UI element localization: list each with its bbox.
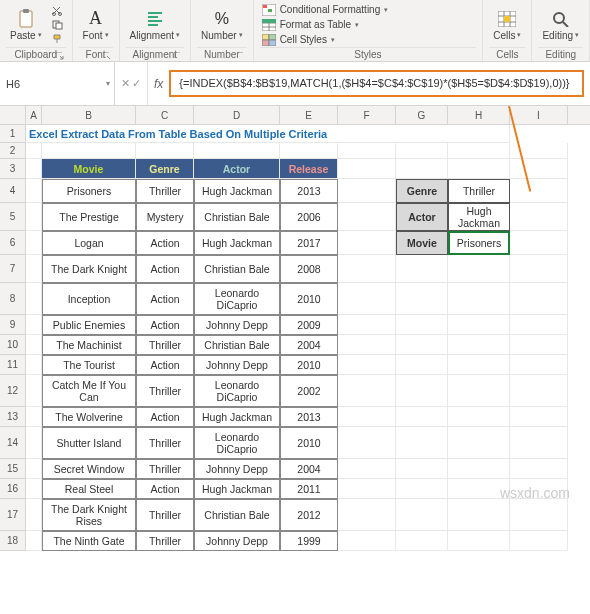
row-header[interactable]: 7 bbox=[0, 255, 26, 283]
table-cell-release[interactable]: 2013 bbox=[280, 407, 338, 427]
table-cell-release[interactable]: 2010 bbox=[280, 427, 338, 459]
table-cell-actor[interactable]: Leonardo DiCaprio bbox=[194, 427, 280, 459]
header-movie[interactable]: Movie bbox=[42, 159, 136, 179]
row-header[interactable]: 11 bbox=[0, 355, 26, 375]
cells-button[interactable]: Cells▾ bbox=[489, 7, 525, 43]
col-header[interactable]: I bbox=[510, 106, 568, 124]
table-cell-release[interactable]: 2010 bbox=[280, 355, 338, 375]
cell[interactable] bbox=[42, 143, 136, 159]
cell[interactable] bbox=[510, 143, 568, 159]
cell[interactable] bbox=[194, 143, 280, 159]
table-cell-movie[interactable]: Shutter Island bbox=[42, 427, 136, 459]
chevron-down-icon[interactable]: ▾ bbox=[106, 79, 110, 88]
editing-button[interactable]: Editing▾ bbox=[538, 7, 583, 43]
row-header[interactable]: 2 bbox=[0, 143, 26, 159]
row-header[interactable]: 9 bbox=[0, 315, 26, 335]
table-cell-movie[interactable]: Prisoners bbox=[42, 179, 136, 203]
table-cell-genre[interactable]: Thriller bbox=[136, 375, 194, 407]
col-header[interactable]: A bbox=[26, 106, 42, 124]
table-cell-genre[interactable]: Action bbox=[136, 255, 194, 283]
col-header[interactable]: C bbox=[136, 106, 194, 124]
table-cell-genre[interactable]: Action bbox=[136, 283, 194, 315]
row-header[interactable]: 15 bbox=[0, 459, 26, 479]
table-cell-genre[interactable]: Thriller bbox=[136, 179, 194, 203]
side-movie-value[interactable]: Prisoners bbox=[448, 231, 510, 255]
table-cell-movie[interactable]: The Dark Knight bbox=[42, 255, 136, 283]
table-cell-release[interactable]: 2002 bbox=[280, 375, 338, 407]
row-header[interactable]: 10 bbox=[0, 335, 26, 355]
dialog-launcher-icon[interactable] bbox=[103, 52, 111, 60]
table-cell-actor[interactable]: Johnny Depp bbox=[194, 459, 280, 479]
header-release[interactable]: Release bbox=[280, 159, 338, 179]
side-movie-label[interactable]: Movie bbox=[396, 231, 448, 255]
side-genre-value[interactable]: Thriller bbox=[448, 179, 510, 203]
table-cell-genre[interactable]: Action bbox=[136, 315, 194, 335]
header-actor[interactable]: Actor bbox=[194, 159, 280, 179]
cell[interactable] bbox=[136, 143, 194, 159]
row-header[interactable]: 14 bbox=[0, 427, 26, 459]
table-cell-movie[interactable]: The Ninth Gate bbox=[42, 531, 136, 551]
table-cell-movie[interactable]: The Prestige bbox=[42, 203, 136, 231]
col-header[interactable]: F bbox=[338, 106, 396, 124]
table-cell-release[interactable]: 2004 bbox=[280, 335, 338, 355]
cell[interactable] bbox=[26, 143, 42, 159]
formula-input[interactable]: {=INDEX($B$4:$B$19,MATCH(1,($H$4=$C$4:$C… bbox=[169, 70, 584, 97]
cell[interactable] bbox=[280, 143, 338, 159]
table-cell-movie[interactable]: The Tourist bbox=[42, 355, 136, 375]
table-cell-release[interactable]: 1999 bbox=[280, 531, 338, 551]
row-header[interactable]: 5 bbox=[0, 203, 26, 231]
table-cell-release[interactable]: 2010 bbox=[280, 283, 338, 315]
table-cell-actor[interactable]: Christian Bale bbox=[194, 203, 280, 231]
table-cell-genre[interactable]: Thriller bbox=[136, 531, 194, 551]
table-cell-genre[interactable]: Mystery bbox=[136, 203, 194, 231]
alignment-button[interactable]: Alignment▾ bbox=[126, 7, 184, 43]
enter-formula-icon[interactable]: ✓ bbox=[132, 77, 141, 90]
row-header[interactable]: 8 bbox=[0, 283, 26, 315]
table-cell-release[interactable]: 2013 bbox=[280, 179, 338, 203]
cell[interactable] bbox=[396, 143, 448, 159]
row-header[interactable]: 3 bbox=[0, 159, 26, 179]
table-cell-movie[interactable]: Public Enemies bbox=[42, 315, 136, 335]
col-header[interactable]: B bbox=[42, 106, 136, 124]
table-cell-actor[interactable]: Hugh Jackman bbox=[194, 407, 280, 427]
paste-button[interactable]: Paste▾ bbox=[6, 7, 46, 43]
page-title[interactable]: Excel Extract Data From Table Based On M… bbox=[26, 125, 510, 143]
table-cell-actor[interactable]: Leonardo DiCaprio bbox=[194, 283, 280, 315]
table-cell-actor[interactable]: Johnny Depp bbox=[194, 531, 280, 551]
table-cell-release[interactable]: 2012 bbox=[280, 499, 338, 531]
fx-icon[interactable]: fx bbox=[148, 77, 169, 91]
row-header[interactable]: 16 bbox=[0, 479, 26, 499]
side-actor-value[interactable]: Hugh Jackman bbox=[448, 203, 510, 231]
row-header[interactable]: 17 bbox=[0, 499, 26, 531]
table-cell-actor[interactable]: Johnny Depp bbox=[194, 355, 280, 375]
col-header[interactable]: H bbox=[448, 106, 510, 124]
table-cell-actor[interactable]: Hugh Jackman bbox=[194, 231, 280, 255]
spreadsheet-grid[interactable]: A B C D E F G H I 1Excel Extract Data Fr… bbox=[0, 106, 590, 551]
header-genre[interactable]: Genre bbox=[136, 159, 194, 179]
table-cell-genre[interactable]: Thriller bbox=[136, 427, 194, 459]
table-cell-actor[interactable]: Christian Bale bbox=[194, 499, 280, 531]
format-painter-button[interactable] bbox=[50, 33, 66, 45]
table-cell-movie[interactable]: Catch Me If You Can bbox=[42, 375, 136, 407]
number-button[interactable]: % Number▾ bbox=[197, 7, 247, 43]
table-cell-movie[interactable]: The Wolverine bbox=[42, 407, 136, 427]
side-actor-label[interactable]: Actor bbox=[396, 203, 448, 231]
cell[interactable] bbox=[338, 143, 396, 159]
table-cell-movie[interactable]: The Machinist bbox=[42, 335, 136, 355]
table-cell-genre[interactable]: Action bbox=[136, 355, 194, 375]
table-cell-genre[interactable]: Action bbox=[136, 479, 194, 499]
table-cell-release[interactable]: 2004 bbox=[280, 459, 338, 479]
side-genre-label[interactable]: Genre bbox=[396, 179, 448, 203]
cancel-formula-icon[interactable]: ✕ bbox=[121, 77, 130, 90]
row-header[interactable]: 1 bbox=[0, 125, 26, 143]
table-cell-movie[interactable]: Logan bbox=[42, 231, 136, 255]
table-cell-movie[interactable]: Real Steel bbox=[42, 479, 136, 499]
table-cell-actor[interactable]: Johnny Depp bbox=[194, 315, 280, 335]
row-header[interactable]: 6 bbox=[0, 231, 26, 255]
table-cell-movie[interactable]: The Dark Knight Rises bbox=[42, 499, 136, 531]
format-as-table-button[interactable]: Format as Table▾ bbox=[260, 18, 362, 32]
table-cell-genre[interactable]: Thriller bbox=[136, 335, 194, 355]
table-cell-actor[interactable]: Leonardo DiCaprio bbox=[194, 375, 280, 407]
table-cell-release[interactable]: 2009 bbox=[280, 315, 338, 335]
dialog-launcher-icon[interactable] bbox=[56, 52, 64, 60]
